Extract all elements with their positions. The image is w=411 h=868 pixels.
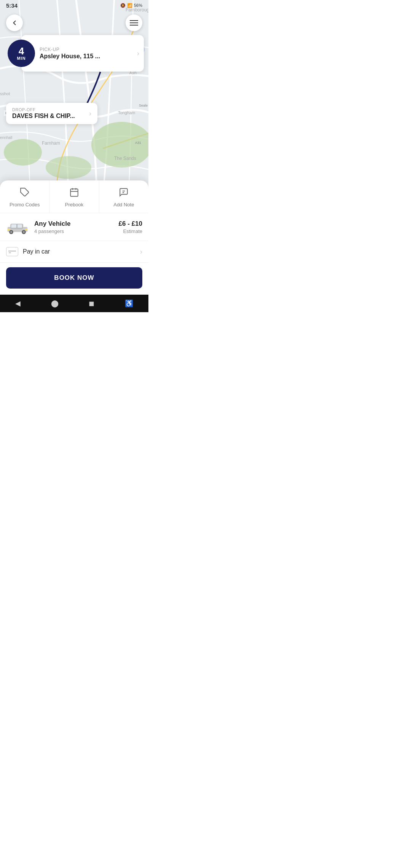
status-bar: 5:34 🔕 📶 56%: [0, 0, 148, 11]
nav-home-icon[interactable]: ⬤: [51, 299, 59, 308]
svg-text:Tongham: Tongham: [118, 110, 135, 115]
promo-codes-button[interactable]: Promo Codes: [0, 180, 49, 213]
dropoff-info: DROP-OFF DAVES FISH & CHIP...: [12, 107, 75, 120]
payment-card-icon: [6, 247, 18, 256]
prebook-icon: [69, 187, 79, 199]
vehicle-name: Any Vehicle: [34, 220, 119, 228]
prebook-label: Prebook: [65, 202, 83, 207]
svg-rect-37: [8, 229, 10, 230]
dropoff-address: DAVES FISH & CHIP...: [12, 113, 75, 120]
add-note-icon: [119, 187, 129, 199]
svg-rect-38: [25, 229, 27, 230]
svg-text:ennhall: ennhall: [0, 136, 12, 140]
svg-text:The Sands: The Sands: [114, 156, 136, 161]
dropoff-label: DROP-OFF: [12, 107, 75, 112]
battery-icon: 🔕: [120, 3, 126, 8]
nav-bar: ◀ ⬤ ◼ ♿: [0, 295, 148, 312]
dropoff-chevron-icon: ›: [89, 110, 91, 118]
pickup-card[interactable]: 4 MIN PICK-UP Apsley House, 115 ... ›: [21, 35, 144, 72]
svg-text:Farnham: Farnham: [42, 140, 60, 146]
svg-point-2: [4, 139, 42, 166]
status-time: 5:34: [6, 2, 18, 9]
svg-rect-31: [11, 224, 17, 228]
dropoff-card[interactable]: DROP-OFF DAVES FISH & CHIP... ›: [6, 103, 97, 124]
nav-recents-icon[interactable]: ◼: [89, 299, 94, 308]
payment-row[interactable]: Pay in car ›: [0, 241, 148, 263]
pickup-chevron-icon: ›: [137, 49, 139, 57]
vehicle-price: £6 - £10 Estimate: [119, 220, 142, 234]
svg-point-3: [46, 156, 91, 179]
payment-chevron-icon: ›: [140, 248, 142, 256]
price-range: £6 - £10: [119, 220, 142, 228]
vehicle-icon: [6, 219, 29, 235]
back-button[interactable]: [6, 14, 23, 31]
payment-label: Pay in car: [23, 248, 140, 255]
map-area: Farnborough NORTH CAMP Aldershot Ash ssh…: [0, 0, 148, 198]
svg-text:sshot: sshot: [0, 91, 10, 96]
promo-icon: [20, 187, 30, 199]
svg-text:Seale: Seale: [139, 104, 148, 107]
promo-label: Promo Codes: [10, 202, 40, 207]
status-icons: 🔕 📶 56%: [120, 3, 142, 8]
svg-point-36: [23, 231, 25, 233]
vehicle-row[interactable]: Any Vehicle 4 passengers £6 - £10 Estima…: [0, 213, 148, 241]
book-now-button[interactable]: BOOK NOW: [6, 267, 142, 289]
menu-button[interactable]: [126, 14, 142, 31]
map-svg: Farnborough NORTH CAMP Aldershot Ash ssh…: [0, 0, 148, 198]
vehicle-info: Any Vehicle 4 passengers: [34, 220, 119, 234]
action-row: Promo Codes Prebook Add Not: [0, 180, 148, 213]
pickup-address: Apsley House, 115 ...: [40, 53, 134, 60]
svg-rect-40: [8, 251, 16, 252]
svg-text:A31: A31: [135, 141, 141, 145]
add-note-label: Add Note: [113, 202, 134, 207]
svg-point-34: [10, 231, 13, 233]
pickup-min-label: MIN: [17, 56, 25, 61]
nav-accessibility-icon[interactable]: ♿: [125, 299, 133, 308]
vehicle-passengers: 4 passengers: [34, 228, 119, 234]
pickup-label: PICK-UP: [40, 47, 134, 52]
svg-rect-41: [9, 252, 11, 253]
pickup-minutes: 4: [19, 46, 24, 56]
wifi-icon: 📶: [127, 3, 132, 8]
prebook-button[interactable]: Prebook: [49, 180, 99, 213]
nav-back-icon[interactable]: ◀: [15, 299, 21, 308]
svg-rect-23: [70, 189, 78, 196]
pickup-info: PICK-UP Apsley House, 115 ...: [35, 47, 134, 60]
add-note-button[interactable]: Add Note: [99, 180, 148, 213]
pickup-badge: 4 MIN: [8, 40, 35, 67]
bottom-sheet: Promo Codes Prebook Add Not: [0, 180, 148, 295]
battery-level: 56%: [134, 3, 142, 8]
svg-rect-32: [18, 224, 22, 228]
price-estimate: Estimate: [119, 228, 142, 234]
